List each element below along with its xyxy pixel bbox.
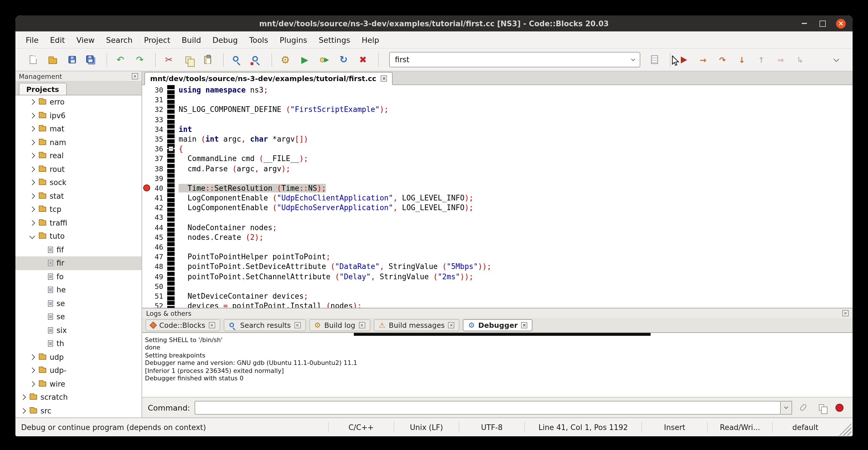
- close-tab-icon[interactable]: [359, 322, 365, 328]
- menu-help[interactable]: Help: [356, 32, 385, 47]
- chevron-right-icon[interactable]: [29, 368, 35, 373]
- breakpoint-margin[interactable]: [142, 262, 151, 272]
- line-number[interactable]: 35: [151, 134, 166, 144]
- code-text[interactable]: int: [175, 124, 852, 134]
- debugger-log[interactable]: Setting SHELL to '/bin/sh'doneSetting br…: [142, 333, 852, 397]
- tree-item-scratch[interactable]: scratch: [16, 391, 142, 404]
- editor-tab-first-cc[interactable]: mnt/dev/tools/source/ns-3-dev/examples/t…: [144, 72, 393, 85]
- code-text[interactable]: LogComponentEnable ("UdpEchoServerApplic…: [175, 203, 852, 213]
- code-text[interactable]: pointToPoint.SetDeviceAttribute ("DataRa…: [175, 262, 852, 272]
- fold-margin[interactable]: [167, 124, 175, 134]
- line-number[interactable]: 48: [151, 262, 166, 272]
- line-number[interactable]: 36: [151, 144, 166, 154]
- chevron-right-icon[interactable]: [29, 193, 35, 199]
- breakpoint-margin[interactable]: [142, 252, 151, 262]
- line-number[interactable]: 30: [151, 85, 166, 95]
- chevron-right-icon[interactable]: [29, 99, 35, 105]
- close-tab-icon[interactable]: [294, 322, 301, 328]
- command-history-dropdown[interactable]: [781, 400, 792, 414]
- fold-margin[interactable]: [167, 233, 175, 242]
- fold-margin[interactable]: [167, 242, 175, 252]
- code-text[interactable]: main (int argc, char *argv[]): [175, 134, 852, 144]
- menu-plugins[interactable]: Plugins: [274, 32, 313, 47]
- fold-margin[interactable]: [167, 262, 175, 272]
- fold-margin[interactable]: [167, 193, 175, 203]
- fold-margin[interactable]: [167, 134, 175, 144]
- menu-view[interactable]: View: [71, 32, 100, 47]
- cut-button[interactable]: ✂: [160, 51, 178, 68]
- step-out-button[interactable]: ↑: [753, 51, 770, 68]
- breakpoint-margin[interactable]: [142, 115, 151, 124]
- save-button[interactable]: [63, 51, 81, 68]
- breakpoint-margin[interactable]: [142, 134, 151, 144]
- copy-button[interactable]: [180, 51, 197, 68]
- fold-margin[interactable]: [167, 163, 175, 173]
- line-number[interactable]: 50: [151, 281, 166, 291]
- resize-grip[interactable]: [839, 423, 851, 436]
- tree-item-fif[interactable]: fif: [16, 243, 142, 257]
- code-text[interactable]: NetDeviceContainer devices;: [175, 291, 852, 301]
- line-number[interactable]: 44: [151, 222, 166, 232]
- tree-item-tcp[interactable]: tcp: [16, 203, 142, 216]
- minimize-icon[interactable]: [800, 19, 809, 28]
- fold-margin[interactable]: [167, 203, 175, 213]
- code-text[interactable]: [175, 173, 852, 183]
- logs-tab-build-log[interactable]: ⚙Build log: [309, 319, 370, 331]
- code-text[interactable]: PointToPointHelper pointToPoint;: [175, 252, 852, 262]
- paste-button[interactable]: [199, 51, 216, 68]
- close-panel-icon[interactable]: [132, 73, 138, 79]
- code-text[interactable]: cmd.Parse (argc, argv);: [175, 163, 852, 173]
- tree-item-he[interactable]: he: [16, 283, 142, 297]
- copy-log-button[interactable]: [814, 400, 829, 414]
- maximize-icon[interactable]: [818, 19, 827, 28]
- line-number[interactable]: 33: [151, 115, 166, 124]
- menu-tools[interactable]: Tools: [243, 32, 274, 47]
- menu-edit[interactable]: Edit: [44, 32, 70, 47]
- fold-margin[interactable]: [167, 301, 175, 308]
- menu-settings[interactable]: Settings: [313, 32, 356, 47]
- line-number[interactable]: 40: [151, 183, 166, 193]
- breakpoint-margin[interactable]: [142, 291, 151, 301]
- close-editor-tab-icon[interactable]: [381, 76, 387, 82]
- open-file-button[interactable]: [44, 51, 61, 68]
- fold-margin[interactable]: [167, 291, 175, 301]
- tree-item-sock[interactable]: sock: [16, 176, 142, 189]
- breakpoint-margin[interactable]: [142, 222, 151, 232]
- close-tab-icon[interactable]: [209, 322, 215, 328]
- breakpoint-margin[interactable]: [142, 213, 151, 222]
- chevron-right-icon[interactable]: [29, 220, 35, 226]
- breakpoint-margin[interactable]: [142, 281, 151, 291]
- tree-item-udp[interactable]: udp-: [16, 364, 142, 377]
- build-and-run-button[interactable]: ⚙▶: [316, 51, 333, 68]
- chevron-right-icon[interactable]: [20, 395, 26, 400]
- code-text[interactable]: [175, 213, 852, 222]
- chevron-right-icon[interactable]: [29, 167, 35, 172]
- breakpoint-margin[interactable]: [142, 301, 151, 308]
- close-icon[interactable]: [836, 19, 846, 28]
- menu-search[interactable]: Search: [100, 32, 138, 47]
- tree-item-wire[interactable]: wire: [16, 377, 142, 391]
- line-number[interactable]: 42: [151, 203, 166, 213]
- breakpoint-margin[interactable]: [142, 193, 151, 203]
- breakpoint-icon[interactable]: [143, 185, 150, 191]
- paperclip-button[interactable]: [796, 400, 810, 414]
- fold-margin[interactable]: [167, 222, 175, 232]
- fold-margin[interactable]: [167, 281, 175, 291]
- tree-item-nam[interactable]: nam: [16, 136, 142, 149]
- fold-margin[interactable]: [167, 154, 175, 163]
- next-line-button[interactable]: ↷: [714, 51, 731, 68]
- breakpoint-margin[interactable]: [142, 124, 151, 134]
- menu-project[interactable]: Project: [138, 32, 176, 47]
- titlebar[interactable]: mnt/dev/tools/source/ns-3-dev/examples/t…: [16, 16, 852, 31]
- chevron-down-icon[interactable]: [29, 234, 35, 239]
- line-number[interactable]: 41: [151, 193, 166, 203]
- build-button[interactable]: ⚙: [277, 51, 294, 68]
- line-number[interactable]: 34: [151, 124, 166, 134]
- line-number[interactable]: 38: [151, 163, 166, 173]
- abort-build-button[interactable]: ✖: [354, 51, 372, 68]
- line-number[interactable]: 32: [151, 105, 166, 115]
- chevron-right-icon[interactable]: [29, 207, 35, 212]
- code-text[interactable]: LogComponentEnable ("UdpEchoClientApplic…: [175, 193, 852, 203]
- logs-tab-build-messages[interactable]: ⚠Build messages: [373, 319, 459, 331]
- line-number[interactable]: 39: [151, 173, 166, 183]
